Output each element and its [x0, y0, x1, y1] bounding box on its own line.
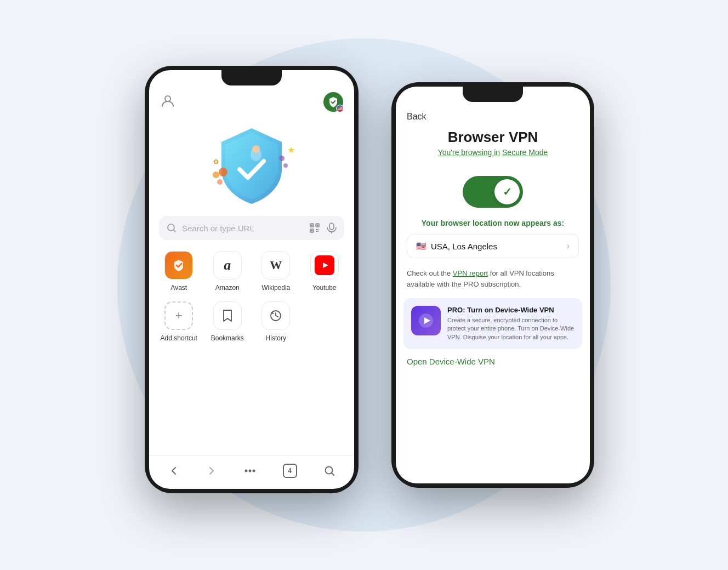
toggle-knob: ✓: [494, 179, 520, 204]
pro-title: PRO: Turn on Device-Wide VPN: [447, 306, 575, 314]
svg-rect-23: [317, 231, 318, 232]
vpn-report-link[interactable]: VPN report: [453, 269, 488, 277]
svg-rect-19: [311, 230, 313, 232]
back-button[interactable]: Back: [396, 106, 590, 124]
svg-rect-17: [311, 225, 313, 226]
yt-inner: [315, 255, 334, 275]
forward-nav-icon[interactable]: [206, 465, 217, 476]
vpn-toggle[interactable]: ✓: [463, 176, 523, 208]
qr-icon[interactable]: [309, 223, 320, 233]
bookmarks-label: Bookmarks: [211, 334, 244, 342]
empty-cell: [303, 301, 347, 342]
amazon-label: Amazon: [215, 284, 240, 292]
svg-rect-24: [329, 223, 334, 230]
location-text: USA, Los Angeles: [431, 242, 497, 251]
pro-banner: PRO: Turn on Device-Wide VPN Create a se…: [403, 298, 582, 349]
shortcut-wikipedia[interactable]: W Wikipedia: [254, 251, 298, 292]
vpn-subtitle-prefix: You're browsing in: [438, 148, 500, 157]
amazon-icon: a: [213, 251, 242, 280]
vpn-subtitle: You're browsing in Secure Mode: [396, 148, 590, 168]
vpn-toggle-area: ✓: [396, 168, 590, 219]
pro-desc: Create a secure, encrypted connection to…: [447, 316, 575, 341]
play-icon: [418, 313, 434, 328]
svg-text:✿: ✿: [213, 158, 219, 166]
search-nav-icon[interactable]: [324, 465, 335, 476]
youtube-icon: [310, 251, 339, 280]
wikipedia-label: Wikipedia: [261, 284, 290, 292]
svg-point-3: [219, 168, 228, 176]
svg-line-13: [174, 230, 176, 232]
location-label: Your browser location now appears as:: [396, 219, 590, 234]
history-label: History: [266, 334, 286, 342]
svg-rect-18: [317, 225, 318, 226]
svg-point-28: [244, 470, 247, 472]
secure-mode-link[interactable]: Secure Mode: [502, 148, 548, 157]
phone-back: Back Browser VPN You're browsing in Secu…: [391, 82, 594, 488]
quick-links-grid: + Add shortcut Bookmarks: [149, 292, 354, 342]
svg-point-5: [217, 179, 223, 185]
svg-marker-26: [323, 263, 328, 268]
shortcuts-grid: Avast a Amazon W Wikipedia: [149, 251, 354, 292]
open-device-vpn-button[interactable]: Open Device-Wide VPN: [396, 349, 590, 366]
svg-point-29: [248, 470, 251, 472]
phone-front: 🇺🇸: [145, 66, 359, 493]
location-left: 🇺🇸 USA, Los Angeles: [416, 241, 497, 251]
bookmarks-item[interactable]: Bookmarks: [206, 301, 250, 342]
bookmark-icon: [213, 301, 242, 330]
svg-point-9: [252, 145, 260, 153]
browser-screen: 🇺🇸: [149, 70, 354, 489]
notch-front: [221, 70, 282, 86]
pro-text-area: PRO: Turn on Device-Wide VPN Create a se…: [447, 306, 575, 341]
history-item[interactable]: History: [254, 301, 298, 342]
checkmark-icon: ✓: [503, 185, 512, 198]
svg-text:★: ★: [287, 145, 295, 155]
search-bar[interactable]: Search or type URL: [159, 216, 344, 240]
phone-front-screen: 🇺🇸: [149, 70, 354, 489]
phone-back-screen: Back Browser VPN You're browsing in Secu…: [396, 87, 590, 483]
tab-count-icon[interactable]: 4: [283, 464, 297, 478]
hero-area: ★ ✿: [149, 117, 354, 216]
location-row[interactable]: 🇺🇸 USA, Los Angeles ›: [407, 234, 579, 258]
back-nav-icon[interactable]: [168, 465, 179, 476]
us-flag-icon: 🇺🇸: [416, 241, 426, 251]
vpn-screen: Back Browser VPN You're browsing in Secu…: [396, 87, 590, 483]
wikipedia-icon: W: [261, 251, 290, 280]
vpn-status-badge[interactable]: 🇺🇸: [323, 92, 343, 112]
add-shortcut-item[interactable]: + Add shortcut: [157, 301, 201, 342]
user-profile-icon[interactable]: [160, 93, 175, 111]
chevron-right-icon: ›: [567, 241, 570, 251]
vpn-title: Browser VPN: [396, 124, 590, 148]
mic-icon[interactable]: [327, 223, 337, 233]
svg-point-4: [213, 172, 219, 178]
avast-label: Avast: [170, 284, 187, 292]
svg-rect-21: [317, 229, 318, 230]
youtube-label: Youtube: [312, 284, 337, 292]
svg-point-7: [283, 163, 288, 168]
shortcut-amazon[interactable]: a Amazon: [206, 251, 250, 292]
avast-icon: [164, 251, 193, 280]
search-icon: [167, 223, 177, 233]
hero-shield-graphic: ★ ✿: [197, 123, 306, 208]
svg-point-30: [252, 470, 255, 472]
shortcut-youtube[interactable]: Youtube: [303, 251, 347, 292]
report-prefix: Check out the: [407, 269, 451, 277]
search-icons: [309, 223, 337, 233]
svg-rect-20: [316, 229, 317, 230]
country-flag-icon: 🇺🇸: [336, 105, 344, 112]
vpn-report-text: Check out the VPN report for all VPN loc…: [396, 258, 590, 289]
svg-point-6: [279, 156, 285, 161]
shortcut-avast[interactable]: Avast: [157, 251, 201, 292]
bottom-nav: 4: [149, 455, 354, 489]
add-shortcut-icon: +: [164, 301, 193, 330]
notch-back: [463, 87, 523, 102]
svg-rect-22: [316, 231, 317, 232]
history-icon: [261, 301, 290, 330]
search-placeholder: Search or type URL: [182, 224, 304, 233]
pro-icon: [411, 306, 441, 335]
more-nav-icon[interactable]: [244, 469, 255, 472]
svg-line-32: [332, 473, 334, 476]
phones-container: Back Browser VPN You're browsing in Secu…: [117, 38, 611, 532]
add-shortcut-label: Add shortcut: [161, 334, 197, 342]
svg-point-2: [165, 96, 170, 101]
